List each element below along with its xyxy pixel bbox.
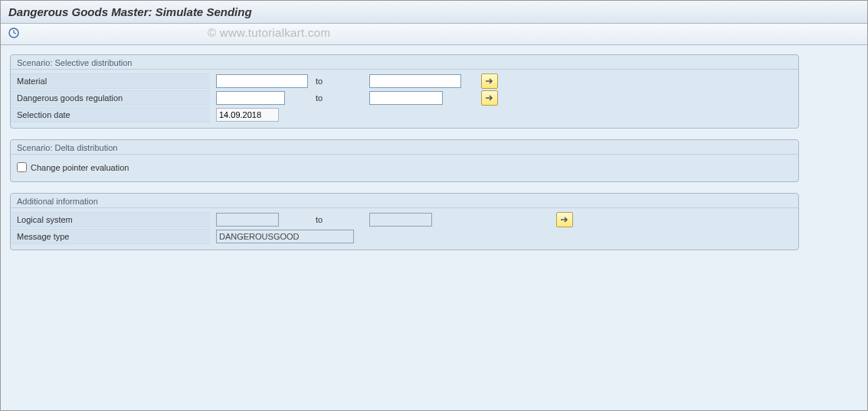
- regulation-to-input[interactable]: [369, 91, 443, 105]
- group-header-delta: Scenario: Delta distribution: [11, 140, 798, 155]
- regulation-to-label: to: [316, 93, 323, 103]
- selection-date-input[interactable]: [216, 108, 279, 122]
- label-material: Material: [11, 73, 210, 89]
- message-type-input[interactable]: [216, 230, 354, 243]
- row-message-type: Message type: [11, 228, 798, 245]
- logical-system-multiselect-button[interactable]: [556, 212, 573, 227]
- logical-system-to-input[interactable]: [369, 213, 432, 227]
- group-additional-info: Additional information Logical system to: [10, 193, 799, 250]
- arrow-right-icon: [485, 77, 494, 85]
- group-selective-distribution: Scenario: Selective distribution Materia…: [10, 54, 799, 129]
- row-regulation: Dangerous goods regulation to: [11, 90, 798, 106]
- label-selection-date: Selection date: [11, 107, 210, 122]
- change-pointer-checkbox[interactable]: [17, 162, 27, 172]
- logical-system-to-label: to: [316, 215, 323, 224]
- label-change-pointer: Change pointer evaluation: [31, 163, 129, 172]
- page-title: Dangerous Goods Master: Simulate Sending: [8, 5, 252, 18]
- logical-system-from-input[interactable]: [216, 213, 279, 227]
- content-area: Scenario: Selective distribution Materia…: [1, 45, 867, 411]
- group-header-selective: Scenario: Selective distribution: [11, 55, 798, 70]
- execute-icon[interactable]: [7, 26, 21, 40]
- row-material: Material to: [11, 73, 798, 90]
- material-to-label: to: [316, 77, 323, 86]
- label-logical-system: Logical system: [11, 212, 210, 227]
- row-selection-date: Selection date: [11, 106, 798, 123]
- arrow-right-icon: [560, 216, 569, 223]
- row-change-pointer: Change pointer evaluation: [11, 158, 798, 177]
- material-multiselect-button[interactable]: [481, 73, 498, 89]
- header-bar: Dangerous Goods Master: Simulate Sending: [1, 1, 867, 24]
- arrow-right-icon: [485, 94, 494, 102]
- group-delta-distribution: Scenario: Delta distribution Change poin…: [10, 139, 799, 182]
- watermark-text: © www.tutorialkart.com: [208, 26, 330, 39]
- regulation-from-input[interactable]: [216, 91, 285, 105]
- material-to-input[interactable]: [369, 74, 461, 88]
- regulation-multiselect-button[interactable]: [481, 90, 498, 106]
- label-message-type: Message type: [11, 229, 210, 244]
- group-header-additional: Additional information: [11, 194, 798, 208]
- toolbar: © www.tutorialkart.com: [1, 24, 867, 45]
- label-regulation: Dangerous goods regulation: [11, 90, 210, 106]
- material-from-input[interactable]: [216, 74, 308, 88]
- svg-line-2: [14, 33, 16, 34]
- row-logical-system: Logical system to: [11, 211, 798, 228]
